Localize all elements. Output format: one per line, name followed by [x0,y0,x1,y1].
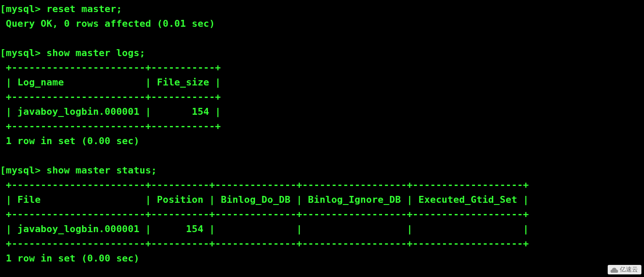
watermark-badge: 亿速云 [608,265,641,274]
prompt-bracket: [ [0,3,6,14]
mysql-prompt: mysql> [6,3,41,14]
watermark-text: 亿速云 [620,266,638,274]
terminal-output[interactable]: [mysql> reset master; Query OK, 0 rows a… [0,0,644,266]
cmd-reset-master: reset master; [47,3,122,14]
table2-border-bot: +-----------------------+----------+----… [6,238,529,249]
table1-row: | javaboy_logbin.000001 | 154 | [6,106,220,117]
cmd-show-master-logs: show master logs; [47,47,146,58]
prompt-bracket: [ [0,165,6,176]
msg-query-ok: Query OK, 0 rows affected (0.01 sec) [6,18,215,29]
cmd-show-master-status: show master status; [47,165,157,176]
table2-border-mid: +-----------------------+----------+----… [6,209,529,220]
table1-border-top: +-----------------------+-----------+ [6,62,220,73]
table2-border-top: +-----------------------+----------+----… [6,179,529,190]
table2-header: | File | Position | Binlog_Do_DB | Binlo… [6,194,529,205]
msg-rows-in-set-1: 1 row in set (0.00 sec) [6,135,139,146]
table1-header: | Log_name | File_size | [6,77,220,88]
table1-border-mid: +-----------------------+-----------+ [6,91,220,102]
table2-row: | javaboy_logbin.000001 | 154 | | | | [6,223,529,234]
mysql-prompt: mysql> [6,47,41,58]
cloud-icon [610,267,618,273]
table1-border-bot: +-----------------------+-----------+ [6,121,220,132]
msg-rows-in-set-2: 1 row in set (0.00 sec) [6,253,139,264]
prompt-bracket: [ [0,47,6,58]
mysql-prompt: mysql> [6,165,41,176]
